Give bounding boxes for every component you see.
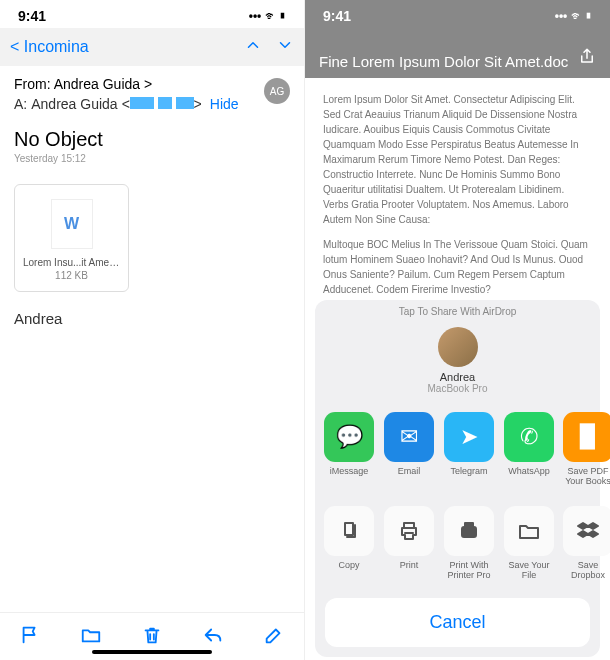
action-label: Save Dropbox [571, 560, 605, 580]
mail-screen: 9:41 ••• ᯤ ▮ < Incomina From: Andrea Gui… [0, 0, 305, 660]
folder-icon [504, 506, 554, 556]
attachment-size: 112 KB [19, 270, 124, 281]
action-label: Save Your File [508, 560, 549, 580]
status-indicators: ••• ᯤ ▮ [249, 9, 286, 23]
document-preview-screen: 9:41 ••• ᯤ ▮ Fine Lorem Ipsum Dolor Sit … [305, 0, 610, 660]
back-label: Incomina [24, 38, 89, 55]
airdrop-device: MacBook Pro [315, 383, 600, 394]
svg-rect-1 [465, 523, 473, 527]
paragraph: Multoque BOC Melius In The Verissoue Qua… [323, 237, 592, 297]
word-icon: W [51, 199, 93, 249]
app-label: Telegram [450, 466, 487, 476]
airdrop-avatar [438, 327, 478, 367]
action-label: Print [400, 560, 419, 570]
action-savefile[interactable]: Save Your File [503, 506, 555, 580]
folder-button[interactable] [80, 624, 102, 650]
back-button[interactable]: < Incomina [10, 38, 89, 56]
status-time: 9:41 [323, 8, 351, 24]
trash-button[interactable] [141, 624, 163, 650]
share-actions-row: Copy Print Print With Printer Pro Save Y… [315, 496, 600, 590]
doc-title: Fine Lorem Ipsum Dolor Sit Amet.doc [319, 53, 568, 70]
attachment-name: Lorem Insu...it Amet.doc [19, 257, 124, 268]
hide-button[interactable]: Hide [210, 96, 239, 112]
compose-button[interactable] [263, 624, 285, 650]
status-bar: 9:41 ••• ᯤ ▮ [0, 0, 304, 28]
whatsapp-icon: ✆ [504, 412, 554, 462]
app-label: Email [398, 466, 421, 476]
telegram-icon: ➤ [444, 412, 494, 462]
share-email[interactable]: ✉Email [383, 412, 435, 486]
dropbox-icon [563, 506, 610, 556]
books-icon: ▉ [563, 412, 610, 462]
subject: No Object [0, 122, 304, 151]
printer-pro-icon [444, 506, 494, 556]
from-name: Andrea Guida [54, 76, 140, 92]
imessage-icon: 💬 [324, 412, 374, 462]
airdrop-hint: Tap To Share With AirDrop [315, 300, 600, 323]
action-printerpro[interactable]: Print With Printer Pro [443, 506, 495, 580]
copy-icon [324, 506, 374, 556]
share-whatsapp[interactable]: ✆WhatsApp [503, 412, 555, 486]
share-imessage[interactable]: 💬iMessage [323, 412, 375, 486]
signature: Andrea [0, 302, 304, 335]
date: Yesterday 15:12 [0, 151, 304, 174]
status-indicators: ••• ᯤ ▮ [555, 9, 592, 23]
mail-header: From: Andrea Guida > A: Andrea Guida < >… [0, 66, 304, 122]
paragraph: Lorem Ipsum Dolor Sit Amet. Consectetur … [323, 92, 592, 227]
action-dropbox[interactable]: Save Dropbox [563, 506, 610, 580]
avatar[interactable]: AG [264, 78, 290, 104]
nav-bar: < Incomina [0, 28, 304, 66]
airdrop-target[interactable]: Andrea MacBook Pro [315, 323, 600, 402]
home-indicator[interactable] [92, 650, 212, 654]
to-line[interactable]: A: Andrea Guida < > Hide [14, 96, 290, 112]
action-label: Print With Printer Pro [447, 560, 490, 580]
svg-rect-0 [462, 527, 476, 537]
redacted-email: < > [122, 96, 202, 112]
app-label: iMessage [330, 466, 369, 476]
action-label: Copy [338, 560, 359, 570]
status-bar: 9:41 ••• ᯤ ▮ [305, 0, 610, 28]
from-line[interactable]: From: Andrea Guida > [14, 76, 290, 92]
share-savepdf[interactable]: ▉Save PDF Your Books [563, 412, 610, 486]
airdrop-name: Andrea [315, 371, 600, 383]
action-copy[interactable]: Copy [323, 506, 375, 580]
to-label: A: [14, 96, 27, 112]
attachment[interactable]: W Lorem Insu...it Amet.doc 112 KB [14, 184, 129, 292]
share-telegram[interactable]: ➤Telegram [443, 412, 495, 486]
action-print[interactable]: Print [383, 506, 435, 580]
share-sheet: Tap To Share With AirDrop Andrea MacBook… [315, 300, 600, 657]
next-message-button[interactable] [276, 36, 294, 58]
reply-button[interactable] [202, 624, 224, 650]
app-label: Save PDF Your Books [565, 466, 610, 486]
email-icon: ✉ [384, 412, 434, 462]
status-time: 9:41 [18, 8, 46, 24]
share-button[interactable] [578, 46, 596, 70]
app-label: WhatsApp [508, 466, 550, 476]
share-apps-row: 💬iMessage ✉Email ➤Telegram ✆WhatsApp ▉Sa… [315, 402, 600, 496]
print-icon [384, 506, 434, 556]
from-label: From: [14, 76, 51, 92]
cancel-button[interactable]: Cancel [325, 598, 590, 647]
prev-message-button[interactable] [244, 36, 262, 58]
flag-button[interactable] [19, 624, 41, 650]
to-name: Andrea Guida [31, 96, 117, 112]
